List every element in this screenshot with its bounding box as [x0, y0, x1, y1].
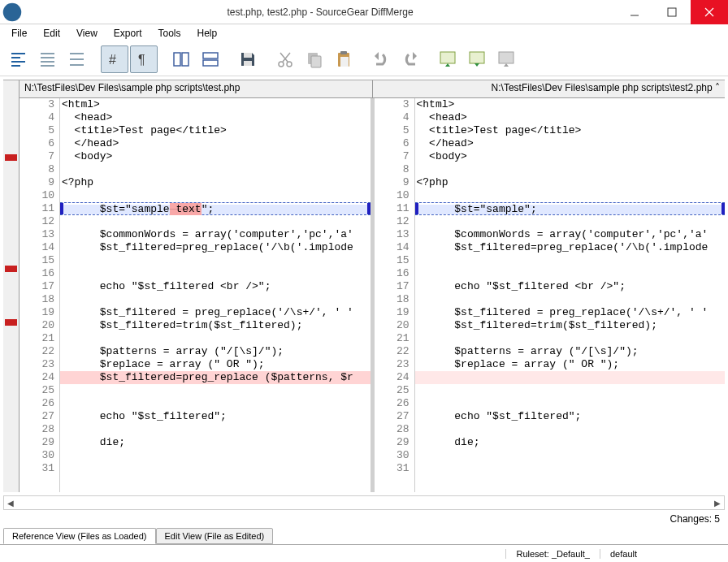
- nav-last-icon[interactable]: [492, 45, 520, 73]
- undo-icon[interactable]: [367, 45, 395, 73]
- changes-count: Changes: 5: [0, 512, 728, 526]
- left-pane[interactable]: 3456789101112131415161718192021222324252…: [20, 98, 370, 492]
- toolbar: # ¶: [0, 42, 728, 76]
- split-vertical-icon[interactable]: [167, 45, 195, 73]
- svg-rect-35: [499, 52, 514, 63]
- svg-rect-21: [203, 60, 218, 66]
- scroll-right-icon[interactable]: ▶: [711, 496, 724, 509]
- menu-export[interactable]: Export: [107, 26, 149, 41]
- svg-point-25: [287, 62, 292, 67]
- tab-edit-view[interactable]: Edit View (File as Edited): [156, 528, 274, 544]
- close-button[interactable]: [691, 0, 728, 24]
- menu-edit[interactable]: Edit: [37, 26, 67, 41]
- svg-rect-31: [340, 51, 347, 54]
- svg-text:#: #: [109, 53, 116, 67]
- hash-icon[interactable]: #: [101, 45, 128, 73]
- titlebar: test.php, test2.php - SourceGear DiffMer…: [0, 0, 728, 24]
- align-lines2-icon[interactable]: [63, 45, 91, 73]
- minimize-button[interactable]: [616, 0, 653, 24]
- view-tabs: Reference View (Files as Loaded) Edit Vi…: [0, 526, 728, 544]
- svg-rect-32: [340, 57, 349, 67]
- overview-ruler[interactable]: [3, 80, 20, 492]
- svg-point-0: [3, 2, 22, 21]
- nav-first-icon[interactable]: [434, 45, 462, 73]
- maximize-button[interactable]: [653, 0, 691, 24]
- cut-icon[interactable]: [271, 45, 299, 73]
- svg-text:¶: ¶: [138, 53, 145, 67]
- svg-point-24: [279, 62, 284, 67]
- menu-tools[interactable]: Tools: [152, 26, 188, 41]
- window-title: test.php, test2.php - SourceGear DiffMer…: [24, 6, 616, 18]
- status-ruleset: Ruleset: _Default_: [505, 549, 600, 559]
- menubar: File Edit View Export Tools Help: [0, 24, 728, 42]
- left-file-path: N:\TestFiles\Dev Files\sample php script…: [20, 80, 372, 98]
- svg-rect-34: [470, 52, 484, 63]
- menu-file[interactable]: File: [5, 26, 33, 41]
- horizontal-scrollbar[interactable]: ◀ ▶: [3, 495, 725, 510]
- menu-help[interactable]: Help: [191, 26, 224, 41]
- svg-rect-19: [182, 53, 188, 66]
- svg-rect-33: [440, 52, 455, 63]
- right-code[interactable]: <html> <head> <title>Test page</title> <…: [415, 98, 726, 492]
- split-horizontal-icon[interactable]: [197, 45, 224, 73]
- svg-rect-23: [244, 61, 252, 66]
- collapse-icon[interactable]: ˄: [715, 82, 720, 93]
- scroll-left-icon[interactable]: ◀: [4, 496, 17, 509]
- app-icon: [0, 0, 24, 24]
- svg-rect-29: [311, 56, 321, 67]
- align-lines-icon[interactable]: [34, 45, 62, 73]
- diff-content: N:\TestFiles\Dev Files\sample php script…: [3, 80, 725, 492]
- right-pane[interactable]: 3456789101112131415161718192021222324252…: [370, 98, 726, 492]
- align-left-icon[interactable]: [5, 45, 32, 73]
- right-file-path: N:\TestFiles\Dev Files\sample php script…: [372, 80, 726, 98]
- tab-reference-view[interactable]: Reference View (Files as Loaded): [3, 528, 156, 544]
- nav-next-icon[interactable]: [463, 45, 491, 73]
- menu-view[interactable]: View: [70, 26, 104, 41]
- svg-rect-2: [668, 8, 676, 16]
- statusbar: Ruleset: _Default_ default: [0, 544, 728, 562]
- copy-icon[interactable]: [301, 45, 328, 73]
- left-line-numbers: 3456789101112131415161718192021222324252…: [20, 98, 60, 492]
- paste-icon[interactable]: [330, 45, 358, 73]
- svg-rect-18: [174, 53, 180, 66]
- pilcrow-icon[interactable]: ¶: [130, 45, 158, 73]
- left-code[interactable]: <html> <head> <title>Test page</title> <…: [60, 98, 370, 492]
- redo-icon[interactable]: [396, 45, 424, 73]
- save-icon[interactable]: [234, 45, 262, 73]
- status-mode: default: [600, 549, 647, 559]
- right-line-numbers: 3456789101112131415161718192021222324252…: [375, 98, 415, 492]
- svg-rect-22: [244, 53, 252, 58]
- svg-rect-20: [203, 53, 218, 58]
